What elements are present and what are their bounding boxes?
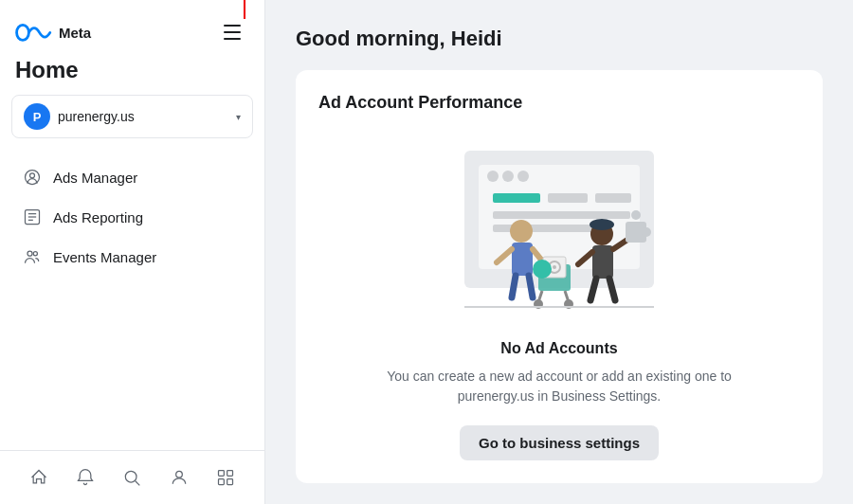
sidebar-nav: Ads Manager Ads Reporting (0, 153, 264, 280)
settings-btn-container: Go to business settings (318, 425, 800, 460)
svg-rect-24 (493, 211, 630, 219)
svg-point-39 (553, 265, 556, 269)
no-accounts-description: You can create a new ad account or add a… (379, 367, 739, 406)
grid-bottom-icon[interactable] (209, 460, 243, 495)
go-to-business-settings-button[interactable]: Go to business settings (460, 425, 659, 460)
svg-line-10 (136, 481, 140, 486)
svg-rect-43 (592, 245, 613, 279)
chevron-down-icon: ▾ (236, 112, 241, 122)
svg-rect-22 (548, 193, 588, 203)
svg-point-11 (176, 471, 183, 477)
svg-rect-25 (493, 225, 607, 232)
svg-point-18 (487, 171, 499, 182)
meta-wordmark-icon (15, 23, 53, 42)
sidebar-item-events-manager[interactable]: Events Manager (8, 238, 257, 276)
ads-reporting-icon (23, 207, 42, 226)
sidebar: Meta Home P purenergy.us ▾ (0, 0, 265, 504)
page-title: Home (0, 57, 264, 95)
svg-point-42 (590, 219, 614, 230)
hamburger-line-1 (224, 25, 241, 27)
no-accounts-illustration (426, 132, 692, 321)
svg-point-0 (17, 25, 29, 40)
sidebar-item-ads-reporting-label: Ads Reporting (53, 209, 143, 225)
svg-point-7 (27, 251, 32, 256)
no-accounts-title: No Ad Accounts (318, 340, 800, 357)
hamburger-line-3 (224, 38, 241, 40)
account-avatar: P (24, 103, 50, 130)
illustration-container (318, 132, 800, 321)
svg-line-31 (529, 276, 533, 297)
bell-bottom-icon[interactable] (68, 460, 102, 495)
sidebar-item-ads-manager[interactable]: Ads Manager (8, 158, 257, 196)
meta-text: Meta (59, 25, 91, 41)
meta-logo: Meta (15, 23, 91, 42)
svg-point-26 (510, 220, 533, 243)
user-bottom-icon[interactable] (162, 460, 196, 495)
svg-point-8 (33, 252, 37, 256)
svg-rect-15 (227, 479, 233, 485)
account-name: purenergy.us (58, 109, 228, 124)
svg-point-49 (631, 210, 641, 220)
events-manager-icon (23, 247, 42, 266)
home-bottom-icon[interactable] (22, 460, 56, 495)
svg-point-19 (502, 171, 514, 182)
page-greeting: Good morning, Heidi (296, 27, 823, 51)
svg-rect-13 (227, 471, 233, 477)
svg-rect-12 (219, 471, 225, 477)
svg-point-2 (30, 173, 35, 178)
svg-point-40 (533, 260, 552, 279)
svg-rect-21 (493, 193, 540, 203)
svg-rect-14 (219, 479, 225, 485)
ad-performance-card: Ad Account Performance (296, 70, 823, 483)
svg-rect-27 (512, 243, 533, 276)
search-bottom-icon[interactable] (115, 460, 149, 495)
ads-manager-icon (23, 168, 42, 187)
main-content: Good morning, Heidi Ad Account Performan… (265, 0, 853, 504)
svg-line-30 (512, 276, 516, 297)
hamburger-line-2 (224, 31, 241, 33)
svg-point-50 (642, 227, 651, 237)
sidebar-item-ads-manager-label: Ads Manager (53, 170, 137, 186)
card-title: Ad Account Performance (318, 93, 800, 113)
sidebar-item-events-manager-label: Events Manager (53, 249, 156, 265)
sidebar-bottom-bar (0, 450, 264, 504)
svg-point-9 (126, 471, 137, 482)
svg-point-20 (517, 171, 529, 182)
sidebar-item-ads-reporting[interactable]: Ads Reporting (8, 198, 257, 236)
account-selector[interactable]: P purenergy.us ▾ (11, 95, 253, 138)
sidebar-top: Meta (0, 0, 264, 57)
hamburger-button[interactable] (215, 15, 249, 49)
svg-rect-23 (595, 193, 631, 203)
